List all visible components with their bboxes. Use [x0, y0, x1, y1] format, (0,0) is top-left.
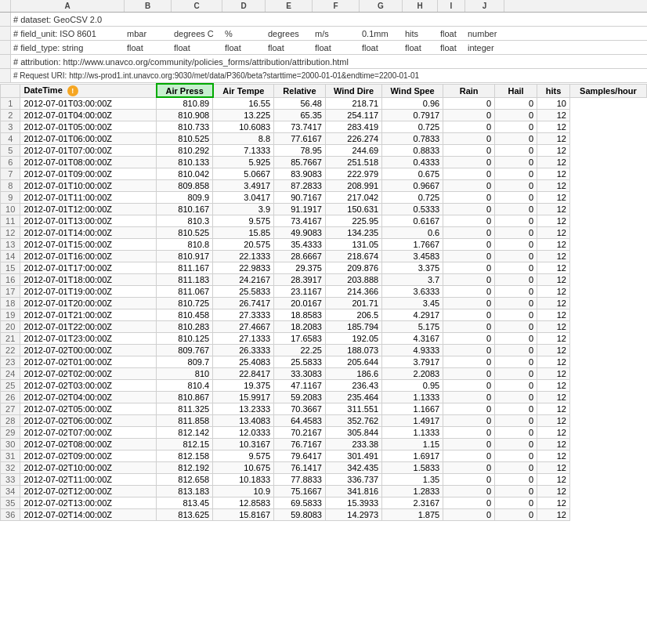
meta-row-1: # dataset: GeoCSV 2.0 — [0, 13, 647, 27]
meta-fu-i: float — [438, 27, 465, 40]
cell-hail: 0 — [495, 450, 537, 462]
cell-wind-spd: 2.2083 — [382, 368, 443, 380]
cell-relative: 25.5833 — [274, 356, 326, 368]
table-row: 22012-07-01T04:00:00Z810.90813.22565.352… — [1, 110, 647, 121]
cell-hits: 12 — [537, 415, 570, 427]
row-num-2 — [0, 27, 11, 40]
cell-hail: 0 — [495, 204, 537, 215]
meta-ft-e: float — [266, 41, 313, 54]
cell-rain: 0 — [443, 345, 495, 356]
cell-hits: 12 — [537, 204, 570, 215]
row-number: 24 — [1, 368, 20, 380]
cell-wind-dir: 15.3933 — [325, 497, 381, 509]
cell-wind-spd: 1.875 — [382, 509, 443, 521]
header-air-temp: Air Tempe — [213, 84, 274, 97]
row-number: 12 — [1, 227, 20, 239]
cell-relative: 17.6583 — [274, 333, 326, 345]
cell-air-press: 813.45 — [157, 497, 213, 509]
cell-wind-dir: 206.5 — [325, 309, 381, 321]
cell-hits: 12 — [537, 168, 570, 180]
cell-hits: 12 — [537, 368, 570, 380]
cell-rain: 0 — [443, 309, 495, 321]
row-number: 11 — [1, 215, 20, 227]
cell-relative: 18.2083 — [274, 321, 326, 333]
row-number: 23 — [1, 356, 20, 368]
cell-wind-dir: 218.674 — [325, 251, 381, 262]
cell-air-temp: 10.1833 — [213, 474, 274, 486]
cell-wind-spd: 0.4333 — [382, 157, 443, 168]
cell-datetime: 2012-07-01T21:00:00Z — [20, 309, 157, 321]
row-number: 22 — [1, 345, 20, 356]
cell-wind-spd: 4.3167 — [382, 333, 443, 345]
cell-air-press: 811.183 — [157, 274, 213, 286]
cell-datetime: 2012-07-02T00:00:00Z — [20, 345, 157, 356]
header-air-press: Air Press — [157, 84, 213, 97]
cell-hail: 0 — [495, 497, 537, 509]
cell-relative: 70.2167 — [274, 427, 326, 439]
cell-relative: 78.95 — [274, 145, 326, 157]
cell-relative: 64.4583 — [274, 415, 326, 427]
cell-air-press: 810.125 — [157, 333, 213, 345]
cell-air-temp: 25.5833 — [213, 286, 274, 298]
row-number: 28 — [1, 415, 20, 427]
cell-hits: 12 — [537, 274, 570, 286]
meta-fu-g: 0.1mm — [360, 27, 403, 40]
cell-datetime: 2012-07-01T12:00:00Z — [20, 204, 157, 215]
cell-wind-dir: 235.464 — [325, 392, 381, 403]
cell-rain: 0 — [443, 356, 495, 368]
header-samples: Samples/hour — [569, 84, 646, 97]
cell-wind-dir: 244.69 — [325, 145, 381, 157]
row-number: 36 — [1, 509, 20, 521]
cell-datetime: 2012-07-01T07:00:00Z — [20, 145, 157, 157]
cell-relative: 76.7167 — [274, 439, 326, 450]
meta-ft-b: float — [125, 41, 172, 54]
meta-text-1: # dataset: GeoCSV 2.0 — [11, 13, 647, 26]
cell-hail: 0 — [495, 427, 537, 439]
cell-air-temp: 9.575 — [213, 450, 274, 462]
row-number: 2 — [1, 110, 20, 121]
meta-row-2: # field_unit: ISO 8601 mbar degrees C % … — [0, 27, 647, 41]
table-row: 102012-07-01T12:00:00Z810.1673.991.19171… — [1, 204, 647, 215]
cell-relative: 91.1917 — [274, 204, 326, 215]
table-row: 362012-07-02T14:00:00Z813.62515.816759.8… — [1, 509, 647, 521]
row-number: 1 — [1, 97, 20, 110]
table-row: 292012-07-02T07:00:00Z812.14212.033370.2… — [1, 427, 647, 439]
cell-rain: 0 — [443, 97, 495, 110]
cell-wind-dir: 311.551 — [325, 403, 381, 415]
cell-wind-spd: 1.7667 — [382, 239, 443, 251]
cell-air-press: 809.7 — [157, 356, 213, 368]
cell-wind-dir: 218.71 — [325, 97, 381, 110]
cell-datetime: 2012-07-01T18:00:00Z — [20, 274, 157, 286]
cell-hail: 0 — [495, 227, 537, 239]
cell-datetime: 2012-07-01T11:00:00Z — [20, 192, 157, 204]
cell-rain: 0 — [443, 497, 495, 509]
table-row: 172012-07-01T19:00:00Z811.06725.583323.1… — [1, 286, 647, 298]
cell-wind-spd: 0.6167 — [382, 215, 443, 227]
cell-wind-spd: 3.7917 — [382, 356, 443, 368]
cell-wind-dir: 233.38 — [325, 439, 381, 450]
cell-relative: 69.5833 — [274, 497, 326, 509]
cell-datetime: 2012-07-02T06:00:00Z — [20, 415, 157, 427]
table-row: 202012-07-01T22:00:00Z810.28327.466718.2… — [1, 321, 647, 333]
cell-datetime: 2012-07-02T04:00:00Z — [20, 392, 157, 403]
cell-hits: 12 — [537, 133, 570, 145]
cell-hits: 12 — [537, 462, 570, 474]
cell-air-press: 810.89 — [157, 97, 213, 110]
cell-air-press: 810.167 — [157, 204, 213, 215]
cell-hail: 0 — [495, 439, 537, 450]
cell-rain: 0 — [443, 262, 495, 274]
table-row: 222012-07-02T00:00:00Z809.76726.333322.2… — [1, 345, 647, 356]
cell-rain: 0 — [443, 157, 495, 168]
cell-relative: 83.9083 — [274, 168, 326, 180]
table-row: 132012-07-01T15:00:00Z810.820.57535.4333… — [1, 239, 647, 251]
cell-air-temp: 10.6083 — [213, 121, 274, 133]
cell-wind-spd: 0.6 — [382, 227, 443, 239]
cell-air-press: 809.9 — [157, 192, 213, 204]
info-icon[interactable]: ! — [67, 85, 78, 96]
cell-hail: 0 — [495, 403, 537, 415]
cell-air-temp: 16.55 — [213, 97, 274, 110]
row-number: 33 — [1, 474, 20, 486]
cell-hits: 12 — [537, 345, 570, 356]
cell-wind-dir: 336.737 — [325, 474, 381, 486]
cell-wind-dir: 342.435 — [325, 462, 381, 474]
